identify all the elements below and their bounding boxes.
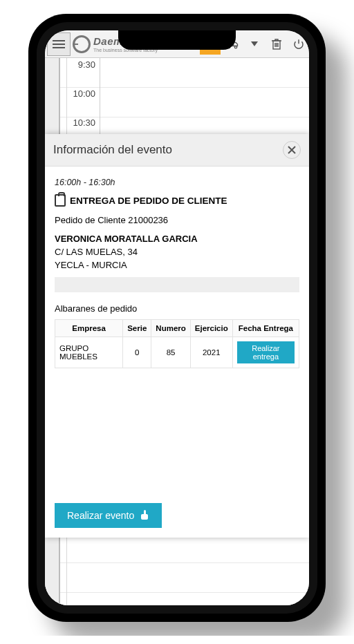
modal-title: Información del evento [53, 143, 172, 157]
cell-ejercicio: 2021 [190, 337, 232, 368]
dropdown-icon[interactable] [244, 34, 265, 55]
col-serie: Serie [123, 320, 151, 337]
col-numero: Numero [151, 320, 190, 337]
event-type-label: ENTREGA DE PEDIDO DE CLIENTE [70, 196, 227, 206]
logo-swirl-icon [73, 35, 91, 53]
col-fecha-entrega: Fecha Entrega [232, 320, 299, 337]
table-row: GRUPO MUEBLES 0 85 2021 Realizar entrega [55, 337, 299, 368]
phone-mockup: Daemon4 The business software factory [28, 14, 326, 622]
phone-screen: Daemon4 The business software factory [45, 30, 309, 605]
cell-numero: 85 [151, 337, 190, 368]
trash-icon[interactable] [266, 34, 287, 55]
phone-notch [118, 30, 236, 50]
table-header-row: Empresa Serie Numero Ejercicio Fecha Ent… [55, 320, 299, 337]
address-line1: C/ LAS MUELAS, 34 [55, 247, 299, 257]
modal-body: 16:00h - 16:30h ENTREGA DE PEDIDO DE CLI… [45, 167, 309, 493]
menu-button[interactable] [47, 32, 71, 56]
realizar-evento-label: Realizar evento [67, 510, 134, 521]
order-line: Pedido de Cliente 21000236 [55, 215, 299, 225]
time-label: 9:30 [66, 58, 100, 87]
pointer-hand-icon [140, 511, 149, 520]
albaranes-table: Empresa Serie Numero Ejercicio Fecha Ent… [55, 319, 299, 368]
close-icon [288, 146, 296, 154]
event-info-modal: Información del evento 16:00h - 16:30h E… [45, 134, 309, 538]
modal-header: Información del evento [45, 134, 309, 167]
svg-point-3 [234, 46, 236, 48]
separator-strip [55, 277, 299, 292]
col-ejercicio: Ejercicio [190, 320, 232, 337]
cell-action: Realizar entrega [232, 337, 299, 368]
power-icon[interactable] [288, 34, 309, 55]
event-type-row: ENTREGA DE PEDIDO DE CLIENTE [55, 194, 299, 207]
phone-rim: Daemon4 The business software factory [37, 22, 317, 614]
time-column: 9:30 10:00 10:30 [66, 58, 100, 145]
clipboard-icon [55, 194, 66, 207]
time-label: 10:00 [66, 87, 100, 116]
realizar-evento-button[interactable]: Realizar evento [55, 503, 162, 528]
event-timerange: 16:00h - 16:30h [55, 178, 299, 187]
address-line2: YECLA - MURCIA [55, 260, 299, 270]
customer-name: VERONICA MORATALLA GARCIA [55, 234, 299, 244]
close-button[interactable] [283, 141, 301, 159]
modal-footer: Realizar evento [45, 493, 309, 538]
col-empresa: Empresa [55, 320, 123, 337]
realizar-entrega-button[interactable]: Realizar entrega [237, 341, 295, 363]
cell-empresa: GRUPO MUEBLES [55, 337, 123, 368]
albaranes-title: Albaranes de pedido [55, 303, 299, 314]
cell-serie: 0 [123, 337, 151, 368]
